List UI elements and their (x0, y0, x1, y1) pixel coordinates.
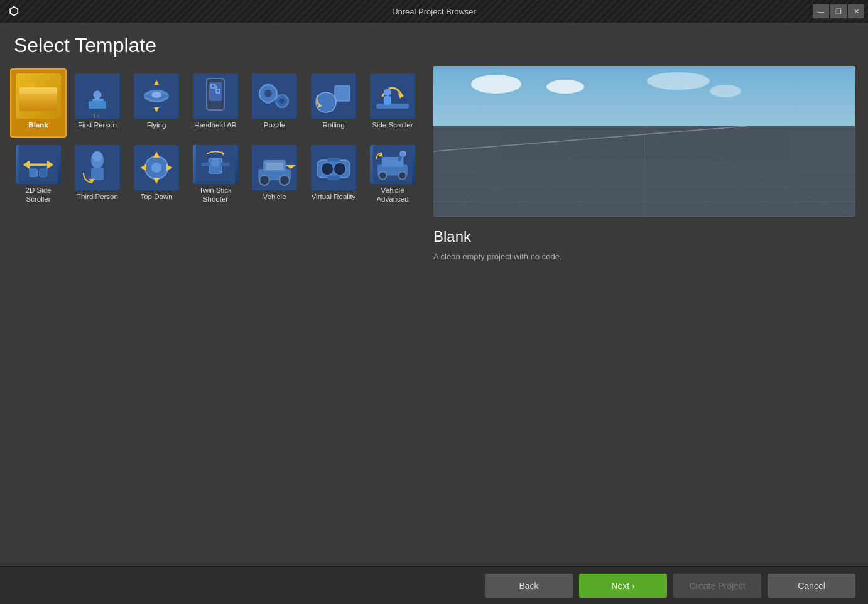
template-icon-rolling (311, 73, 356, 119)
template-label-flying: Flying (147, 121, 166, 130)
svg-rect-65 (266, 163, 283, 170)
cloud-4 (710, 85, 741, 97)
preview-description: A clean empty project with no code. (433, 251, 855, 263)
template-item-virtual-reality[interactable]: Virtual Reality (305, 140, 362, 209)
cloud-3 (647, 72, 710, 90)
svg-point-22 (264, 90, 272, 97)
cloud-1 (471, 75, 521, 94)
content-area: Blank ↕↔ F (0, 66, 868, 566)
template-label-rolling: Rolling (322, 121, 344, 130)
template-item-2d-side-scroller[interactable]: 2D Side Scroller (10, 140, 67, 209)
template-label-virtual-reality: Virtual Reality (312, 193, 356, 202)
template-item-handheld-ar[interactable]: Handheld AR (187, 68, 244, 138)
svg-point-56 (211, 158, 220, 167)
template-label-puzzle: Puzzle (264, 121, 286, 130)
template-grid-container: Blank ↕↔ F (0, 66, 427, 566)
svg-rect-2 (19, 87, 57, 94)
template-label-2d-side-scroller: 2D Side Scroller (14, 186, 63, 204)
svg-rect-26 (266, 101, 271, 104)
svg-rect-58 (221, 163, 230, 166)
template-label-first-person: First Person (78, 121, 117, 130)
template-label-twin-stick-shooter: Twin Stick Shooter (191, 186, 240, 204)
template-label-top-down: Top Down (140, 193, 172, 202)
template-icon-virtual-reality (311, 145, 356, 190)
template-icon-twin-stick-shooter (193, 145, 238, 184)
template-item-top-down[interactable]: Top Down (128, 140, 185, 209)
template-item-blank[interactable]: Blank (10, 68, 67, 138)
svg-point-24 (279, 99, 285, 104)
template-label-blank: Blank (28, 121, 48, 130)
cloud-2 (546, 80, 584, 94)
svg-point-19 (214, 85, 217, 89)
page-header: Select Template (0, 23, 868, 66)
template-icon-first-person: ↕↔ (75, 73, 120, 119)
template-item-third-person[interactable]: Third Person (69, 140, 126, 209)
template-item-flying[interactable]: Flying (128, 68, 185, 138)
svg-rect-71 (327, 158, 340, 161)
template-icon-third-person (75, 145, 120, 190)
template-label-side-scroller: Side Scroller (372, 121, 413, 130)
template-icon-2d-side-scroller (16, 145, 61, 184)
svg-point-70 (334, 163, 346, 175)
svg-point-49 (151, 163, 161, 173)
svg-rect-31 (370, 73, 415, 119)
close-button[interactable]: ✕ (848, 4, 864, 18)
floor-grid-svg (433, 126, 855, 217)
next-label: Next (611, 581, 629, 591)
svg-rect-28 (335, 86, 350, 101)
template-icon-puzzle (252, 73, 297, 119)
maximize-button[interactable]: ❐ (830, 4, 847, 18)
back-button[interactable]: Back (485, 574, 573, 598)
svg-rect-57 (201, 163, 210, 166)
template-item-puzzle[interactable]: Puzzle (246, 68, 303, 138)
svg-rect-34 (384, 96, 391, 105)
svg-rect-72 (327, 176, 340, 180)
template-icon-handheld-ar (193, 73, 238, 119)
svg-point-69 (321, 163, 334, 175)
svg-text:↕↔: ↕↔ (93, 112, 102, 119)
template-icon-side-scroller (370, 73, 415, 119)
next-arrow-icon: › (632, 581, 635, 591)
template-item-side-scroller[interactable]: Side Scroller (364, 68, 421, 138)
template-item-vehicle-advanced[interactable]: Vehicle Advanced (364, 140, 421, 209)
svg-point-6 (94, 91, 101, 99)
app-logo: ⬡ (9, 4, 19, 18)
template-icon-vehicle-advanced (370, 145, 415, 184)
title-bar: ⬡ Unreal Project Browser — ❐ ✕ (0, 0, 868, 23)
cancel-button[interactable]: Cancel (768, 574, 855, 598)
svg-rect-33 (376, 104, 409, 109)
svg-point-76 (379, 171, 386, 179)
bottom-bar: Back Next › Create Project Cancel (0, 566, 868, 604)
svg-rect-44 (91, 168, 104, 180)
svg-rect-40 (30, 169, 37, 176)
svg-rect-25 (266, 84, 271, 86)
template-label-vehicle-advanced: Vehicle Advanced (368, 186, 417, 204)
template-label-third-person: Third Person (77, 193, 118, 202)
svg-point-35 (384, 89, 391, 96)
svg-point-77 (399, 171, 406, 179)
page-title: Select Template (14, 34, 854, 57)
svg-rect-41 (40, 169, 47, 176)
template-icon-top-down (134, 145, 179, 190)
main-content: Select Template (0, 23, 868, 604)
minimize-button[interactable]: — (813, 4, 829, 18)
template-grid: Blank ↕↔ F (10, 68, 417, 209)
template-icon-blank (16, 73, 61, 119)
svg-rect-39 (30, 163, 47, 165)
template-icon-vehicle (252, 145, 297, 190)
preview-panel: Blank A clean empty project with no code… (427, 66, 868, 566)
preview-image (433, 66, 855, 217)
template-item-rolling[interactable]: Rolling (305, 68, 362, 138)
create-project-button: Create Project (673, 574, 761, 598)
svg-point-11 (151, 92, 161, 98)
template-item-vehicle[interactable]: Vehicle (246, 140, 303, 209)
svg-point-29 (316, 92, 336, 112)
svg-point-45 (92, 151, 102, 161)
template-item-first-person[interactable]: ↕↔ First Person (69, 68, 126, 138)
template-label-vehicle: Vehicle (263, 193, 286, 202)
template-item-twin-stick-shooter[interactable]: Twin Stick Shooter (187, 140, 244, 209)
next-button[interactable]: Next › (579, 574, 667, 598)
svg-point-63 (259, 175, 269, 185)
window-title: Unreal Project Browser (392, 7, 476, 16)
svg-point-79 (400, 151, 406, 157)
